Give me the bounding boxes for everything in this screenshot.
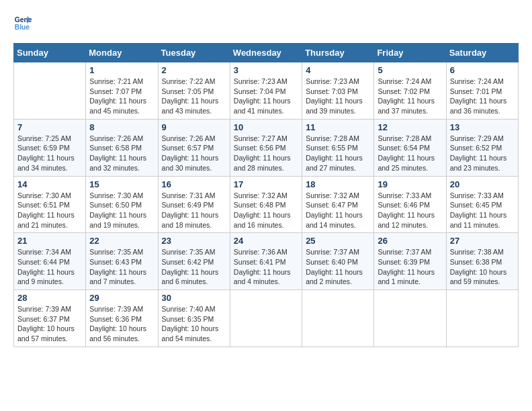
calendar-cell: 23Sunrise: 7:35 AM Sunset: 6:42 PM Dayli…: [158, 233, 230, 290]
calendar-cell: 20Sunrise: 7:33 AM Sunset: 6:45 PM Dayli…: [446, 176, 518, 233]
calendar-cell: 24Sunrise: 7:36 AM Sunset: 6:41 PM Dayli…: [230, 233, 302, 290]
day-info: Sunrise: 7:23 AM Sunset: 7:03 PM Dayligh…: [306, 77, 370, 116]
calendar-cell: 1Sunrise: 7:21 AM Sunset: 7:07 PM Daylig…: [86, 62, 158, 120]
day-info: Sunrise: 7:22 AM Sunset: 7:05 PM Dayligh…: [162, 77, 226, 116]
calendar-cell: 3Sunrise: 7:23 AM Sunset: 7:04 PM Daylig…: [230, 62, 302, 120]
day-info: Sunrise: 7:26 AM Sunset: 6:57 PM Dayligh…: [162, 134, 226, 173]
calendar-cell: 13Sunrise: 7:29 AM Sunset: 6:52 PM Dayli…: [446, 119, 518, 176]
day-number: 28: [17, 293, 82, 303]
calendar-cell: 12Sunrise: 7:28 AM Sunset: 6:54 PM Dayli…: [374, 119, 446, 176]
calendar-week-3: 14Sunrise: 7:30 AM Sunset: 6:51 PM Dayli…: [14, 176, 519, 233]
calendar-cell: 5Sunrise: 7:24 AM Sunset: 7:02 PM Daylig…: [374, 62, 446, 120]
calendar-cell: 25Sunrise: 7:37 AM Sunset: 6:40 PM Dayli…: [302, 233, 374, 290]
calendar-cell: [14, 62, 86, 120]
calendar-cell: 2Sunrise: 7:22 AM Sunset: 7:05 PM Daylig…: [158, 62, 230, 120]
day-info: Sunrise: 7:34 AM Sunset: 6:44 PM Dayligh…: [17, 247, 82, 287]
calendar-cell: 15Sunrise: 7:30 AM Sunset: 6:50 PM Dayli…: [86, 176, 158, 233]
calendar-cell: 14Sunrise: 7:30 AM Sunset: 6:51 PM Dayli…: [14, 176, 86, 233]
day-info: Sunrise: 7:28 AM Sunset: 6:54 PM Dayligh…: [378, 134, 442, 173]
day-number: 9: [162, 122, 226, 132]
day-number: 27: [450, 236, 515, 246]
calendar-header-friday: Friday: [374, 44, 446, 62]
day-number: 23: [162, 236, 226, 246]
calendar-cell: 26Sunrise: 7:37 AM Sunset: 6:39 PM Dayli…: [374, 233, 446, 290]
day-info: Sunrise: 7:39 AM Sunset: 6:36 PM Dayligh…: [89, 304, 154, 344]
day-number: 11: [306, 122, 370, 132]
calendar-week-1: 1Sunrise: 7:21 AM Sunset: 7:07 PM Daylig…: [14, 62, 519, 120]
page-header: General Blue: [13, 13, 519, 32]
calendar-cell: 22Sunrise: 7:35 AM Sunset: 6:43 PM Dayli…: [86, 233, 158, 290]
day-number: 10: [234, 122, 298, 132]
calendar-header-row: SundayMondayTuesdayWednesdayThursdayFrid…: [14, 44, 519, 62]
day-number: 8: [89, 122, 154, 132]
calendar-cell: [446, 290, 518, 347]
day-info: Sunrise: 7:33 AM Sunset: 6:45 PM Dayligh…: [450, 191, 515, 230]
day-number: 18: [306, 179, 370, 189]
calendar-cell: 18Sunrise: 7:32 AM Sunset: 6:47 PM Dayli…: [302, 176, 374, 233]
day-info: Sunrise: 7:37 AM Sunset: 6:39 PM Dayligh…: [378, 247, 442, 287]
day-info: Sunrise: 7:23 AM Sunset: 7:04 PM Dayligh…: [234, 77, 298, 116]
calendar-header-wednesday: Wednesday: [230, 44, 302, 62]
day-number: 4: [306, 65, 370, 75]
day-number: 2: [162, 65, 226, 75]
day-info: Sunrise: 7:39 AM Sunset: 6:37 PM Dayligh…: [17, 304, 82, 344]
day-number: 26: [378, 236, 442, 246]
logo: General Blue: [13, 13, 32, 32]
day-info: Sunrise: 7:37 AM Sunset: 6:40 PM Dayligh…: [306, 247, 370, 287]
day-number: 6: [450, 65, 515, 75]
day-info: Sunrise: 7:27 AM Sunset: 6:56 PM Dayligh…: [234, 134, 298, 173]
calendar-cell: 16Sunrise: 7:31 AM Sunset: 6:49 PM Dayli…: [158, 176, 230, 233]
calendar-cell: 7Sunrise: 7:25 AM Sunset: 6:59 PM Daylig…: [14, 119, 86, 176]
calendar-header-thursday: Thursday: [302, 44, 374, 62]
calendar-header-sunday: Sunday: [14, 44, 86, 62]
day-number: 22: [89, 236, 154, 246]
calendar-cell: 9Sunrise: 7:26 AM Sunset: 6:57 PM Daylig…: [158, 119, 230, 176]
day-number: 16: [162, 179, 226, 189]
calendar-cell: 27Sunrise: 7:38 AM Sunset: 6:38 PM Dayli…: [446, 233, 518, 290]
calendar-cell: 4Sunrise: 7:23 AM Sunset: 7:03 PM Daylig…: [302, 62, 374, 120]
calendar-header-monday: Monday: [86, 44, 158, 62]
calendar-cell: [374, 290, 446, 347]
calendar-cell: [302, 290, 374, 347]
day-number: 24: [234, 236, 298, 246]
svg-text:Blue: Blue: [15, 24, 30, 31]
calendar-cell: 30Sunrise: 7:40 AM Sunset: 6:35 PM Dayli…: [158, 290, 230, 347]
day-info: Sunrise: 7:36 AM Sunset: 6:41 PM Dayligh…: [234, 247, 298, 287]
day-info: Sunrise: 7:31 AM Sunset: 6:49 PM Dayligh…: [162, 191, 226, 230]
day-number: 25: [306, 236, 370, 246]
day-number: 12: [378, 122, 442, 132]
day-info: Sunrise: 7:30 AM Sunset: 6:51 PM Dayligh…: [17, 191, 82, 230]
calendar-cell: 28Sunrise: 7:39 AM Sunset: 6:37 PM Dayli…: [14, 290, 86, 347]
day-number: 20: [450, 179, 515, 189]
calendar-week-5: 28Sunrise: 7:39 AM Sunset: 6:37 PM Dayli…: [14, 290, 519, 347]
day-info: Sunrise: 7:32 AM Sunset: 6:47 PM Dayligh…: [306, 191, 370, 230]
day-info: Sunrise: 7:28 AM Sunset: 6:55 PM Dayligh…: [306, 134, 370, 173]
calendar-header-tuesday: Tuesday: [158, 44, 230, 62]
day-number: 13: [450, 122, 515, 132]
day-number: 21: [17, 236, 82, 246]
day-info: Sunrise: 7:21 AM Sunset: 7:07 PM Dayligh…: [89, 77, 154, 116]
logo-icon: General Blue: [13, 13, 32, 32]
day-info: Sunrise: 7:33 AM Sunset: 6:46 PM Dayligh…: [378, 191, 442, 230]
calendar-header-saturday: Saturday: [446, 44, 518, 62]
calendar-cell: 6Sunrise: 7:24 AM Sunset: 7:01 PM Daylig…: [446, 62, 518, 120]
calendar-cell: 11Sunrise: 7:28 AM Sunset: 6:55 PM Dayli…: [302, 119, 374, 176]
day-number: 7: [17, 122, 82, 132]
day-info: Sunrise: 7:30 AM Sunset: 6:50 PM Dayligh…: [89, 191, 154, 230]
day-number: 17: [234, 179, 298, 189]
day-number: 30: [162, 293, 226, 303]
calendar-table: SundayMondayTuesdayWednesdayThursdayFrid…: [13, 43, 519, 347]
day-info: Sunrise: 7:35 AM Sunset: 6:42 PM Dayligh…: [162, 247, 226, 287]
calendar-cell: 8Sunrise: 7:26 AM Sunset: 6:58 PM Daylig…: [86, 119, 158, 176]
calendar-cell: 19Sunrise: 7:33 AM Sunset: 6:46 PM Dayli…: [374, 176, 446, 233]
day-number: 3: [234, 65, 298, 75]
calendar-cell: [230, 290, 302, 347]
day-info: Sunrise: 7:25 AM Sunset: 6:59 PM Dayligh…: [17, 134, 82, 173]
calendar-cell: 21Sunrise: 7:34 AM Sunset: 6:44 PM Dayli…: [14, 233, 86, 290]
day-info: Sunrise: 7:29 AM Sunset: 6:52 PM Dayligh…: [450, 134, 515, 173]
day-info: Sunrise: 7:24 AM Sunset: 7:01 PM Dayligh…: [450, 77, 515, 116]
calendar-cell: 17Sunrise: 7:32 AM Sunset: 6:48 PM Dayli…: [230, 176, 302, 233]
calendar-cell: 10Sunrise: 7:27 AM Sunset: 6:56 PM Dayli…: [230, 119, 302, 176]
day-info: Sunrise: 7:24 AM Sunset: 7:02 PM Dayligh…: [378, 77, 442, 116]
day-number: 1: [89, 65, 154, 75]
